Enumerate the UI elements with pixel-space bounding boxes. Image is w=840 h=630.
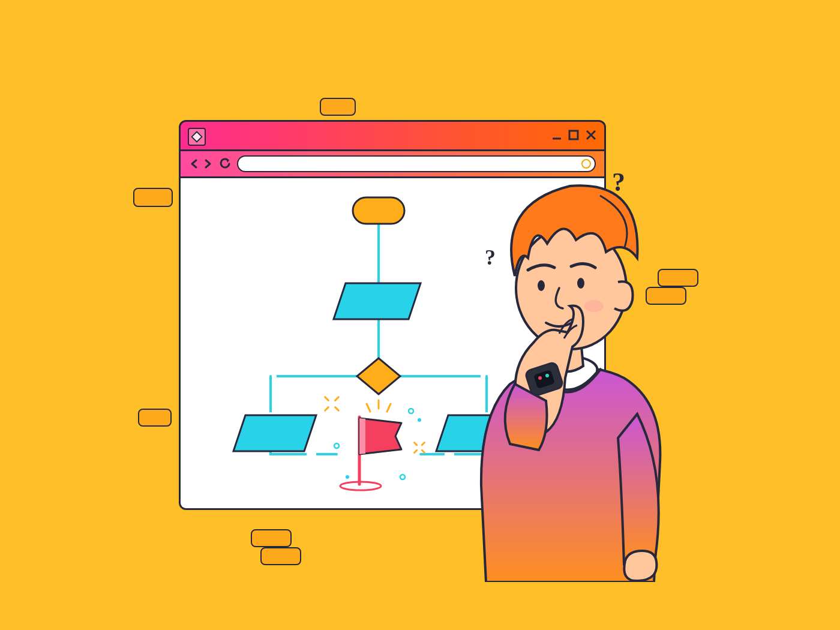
svg-point-14 (409, 409, 413, 413)
svg-point-24 (577, 278, 584, 289)
thinking-person-illustration (444, 162, 720, 582)
svg-point-13 (346, 475, 349, 479)
window-titlebar (181, 122, 604, 151)
svg-rect-1 (569, 131, 578, 139)
decorative-block (251, 529, 292, 547)
decorative-block (320, 98, 356, 116)
decorative-block (138, 409, 172, 427)
app-logo-icon (188, 128, 206, 146)
close-icon[interactable] (585, 129, 597, 141)
decorative-block (133, 188, 173, 207)
svg-point-16 (400, 475, 405, 479)
maximize-icon[interactable] (568, 129, 580, 141)
svg-point-28 (538, 376, 542, 380)
flowchart-process-node (233, 415, 316, 451)
svg-point-15 (418, 418, 421, 422)
svg-line-18 (367, 404, 370, 412)
back-icon[interactable] (189, 158, 200, 169)
reload-icon[interactable] (219, 158, 231, 170)
svg-point-12 (334, 443, 339, 448)
flowchart-start-node (353, 197, 404, 224)
decorative-block (260, 547, 301, 565)
flowchart-decision-node (357, 358, 400, 394)
flowchart-process-node (334, 283, 421, 319)
forward-icon[interactable] (202, 158, 213, 169)
svg-line-19 (387, 404, 391, 412)
svg-rect-10 (307, 452, 316, 457)
minimize-icon[interactable] (551, 129, 563, 141)
svg-point-25 (584, 300, 604, 312)
goal-flag-icon (340, 417, 401, 490)
svg-point-29 (545, 374, 549, 377)
svg-point-23 (538, 280, 545, 291)
